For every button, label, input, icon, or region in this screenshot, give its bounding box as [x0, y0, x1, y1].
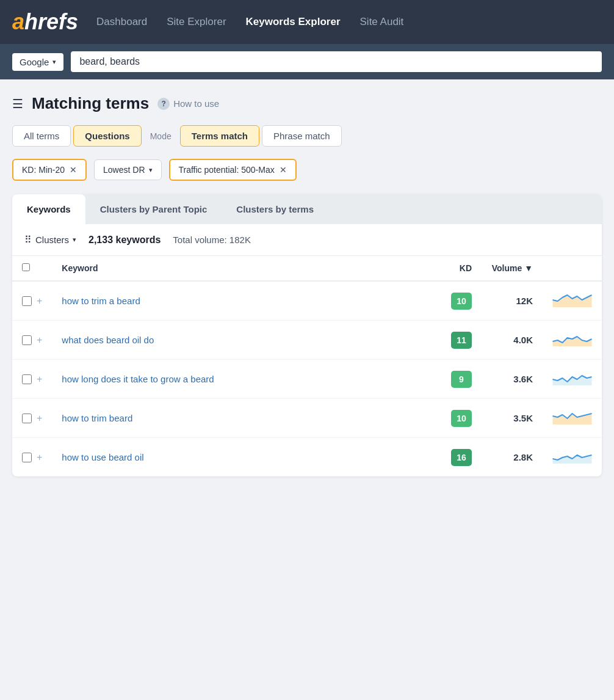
keywords-tbody: + how to trim a beard 10 12K +: [12, 281, 602, 476]
keyword-link[interactable]: what does beard oil do: [62, 335, 154, 345]
th-sparkline: [543, 256, 602, 281]
active-filters-row: KD: Min-20 ✕ Lowest DR ▾ Traffic potenti…: [12, 159, 602, 181]
kd-filter-remove-icon[interactable]: ✕: [70, 165, 77, 175]
volume-cell: 3.6K: [482, 360, 543, 399]
table-header-row: Keyword KD Volume ▼: [12, 256, 602, 281]
row-expand-icon[interactable]: +: [37, 296, 42, 307]
clusters-label: Clusters: [35, 235, 69, 245]
table-row: + how to trim beard 10 3.5K: [12, 399, 602, 438]
card-tab-clusters-parent[interactable]: Clusters by Parent Topic: [85, 194, 222, 224]
th-checkbox: [12, 256, 52, 281]
nav-dashboard[interactable]: Dashboard: [96, 16, 147, 28]
logo[interactable]: ahrefs: [12, 11, 78, 33]
search-engine-button[interactable]: Google ▾: [12, 53, 63, 71]
table-row: + how to use beard oil 16 2.8K: [12, 438, 602, 477]
page-title: Matching terms: [32, 94, 149, 113]
keyword-cell: how to trim beard: [52, 399, 439, 438]
row-expand-icon[interactable]: +: [37, 452, 42, 463]
sparkline-chart: [552, 329, 592, 349]
keyword-cell: how long does it take to grow a beard: [52, 360, 439, 399]
kd-badge: 16: [451, 449, 472, 466]
volume-cell: 12K: [482, 281, 543, 321]
kd-cell: 11: [439, 321, 482, 360]
chevron-down-icon: ▾: [52, 58, 56, 66]
keyword-link[interactable]: how to use beard oil: [62, 452, 143, 462]
filter-tabs-row: All terms Questions Mode Terms match Phr…: [12, 125, 602, 147]
kd-filter-pill[interactable]: KD: Min-20 ✕: [12, 159, 87, 181]
card-tab-keywords[interactable]: Keywords: [12, 194, 85, 224]
help-button[interactable]: ? How to use: [157, 98, 219, 110]
row-checkbox-cell: +: [12, 321, 52, 360]
top-nav: ahrefs Dashboard Site Explorer Keywords …: [0, 0, 614, 44]
content-area: ☰ Matching terms ? How to use All terms …: [0, 79, 614, 491]
sparkline-cell: [543, 321, 602, 360]
keywords-table: Keyword KD Volume ▼ + how to trim a bear…: [12, 256, 602, 476]
tab-questions[interactable]: Questions: [73, 125, 141, 147]
stats-bar: ⠿ Clusters ▾ 2,133 keywords Total volume…: [12, 224, 602, 256]
logo-hrefs: hrefs: [24, 11, 78, 33]
traffic-filter-remove-icon[interactable]: ✕: [280, 165, 287, 175]
hamburger-icon[interactable]: ☰: [12, 97, 23, 111]
help-label: How to use: [173, 98, 219, 109]
sparkline-chart: [552, 447, 592, 466]
row-expand-icon[interactable]: +: [37, 413, 42, 424]
nav-keywords-explorer[interactable]: Keywords Explorer: [246, 16, 341, 28]
keyword-cell: what does beard oil do: [52, 321, 439, 360]
kd-cell: 9: [439, 360, 482, 399]
row-checkbox[interactable]: [22, 335, 32, 345]
kd-filter-label: KD: Min-20: [22, 165, 65, 175]
card-tabs: Keywords Clusters by Parent Topic Cluste…: [12, 194, 602, 224]
clusters-chevron-icon: ▾: [73, 236, 76, 244]
row-checkbox[interactable]: [22, 374, 32, 384]
tab-terms-match[interactable]: Terms match: [180, 125, 259, 147]
row-checkbox-cell: +: [12, 281, 52, 321]
row-checkbox-cell: +: [12, 438, 52, 477]
tab-all-terms[interactable]: All terms: [12, 125, 71, 147]
sparkline-cell: [543, 281, 602, 321]
kd-cell: 16: [439, 438, 482, 477]
traffic-filter-pill[interactable]: Traffic potential: 500-Max ✕: [169, 159, 297, 181]
row-checkbox[interactable]: [22, 414, 32, 423]
row-expand-icon[interactable]: +: [37, 335, 42, 346]
keywords-count: 2,133 keywords: [88, 235, 161, 246]
keyword-link[interactable]: how to trim beard: [62, 413, 132, 423]
nav-site-explorer[interactable]: Site Explorer: [167, 16, 226, 28]
row-checkbox[interactable]: [22, 453, 32, 462]
mode-label: Mode: [144, 126, 178, 146]
kd-badge: 10: [451, 410, 472, 427]
row-expand-icon[interactable]: +: [37, 374, 42, 385]
kd-cell: 10: [439, 281, 482, 321]
logo-a: a: [12, 11, 24, 33]
clusters-button[interactable]: ⠿ Clusters ▾: [24, 234, 76, 246]
total-volume: Total volume: 182K: [173, 235, 251, 245]
keyword-link[interactable]: how to trim a beard: [62, 296, 140, 306]
sparkline-cell: [543, 438, 602, 477]
volume-cell: 4.0K: [482, 321, 543, 360]
sparkline-cell: [543, 399, 602, 438]
volume-cell: 3.5K: [482, 399, 543, 438]
nav-site-audit[interactable]: Site Audit: [360, 16, 404, 28]
sparkline-cell: [543, 360, 602, 399]
kd-badge: 11: [451, 332, 472, 349]
kd-badge: 9: [451, 371, 472, 388]
dr-filter-label: Lowest DR: [103, 165, 145, 175]
table-row: + how long does it take to grow a beard …: [12, 360, 602, 399]
search-bar: Google ▾: [0, 44, 614, 79]
tab-phrase-match[interactable]: Phrase match: [262, 125, 342, 147]
th-keyword: Keyword: [52, 256, 439, 281]
help-circle-icon: ?: [157, 98, 170, 110]
th-kd: KD: [439, 256, 482, 281]
card-tab-clusters-terms[interactable]: Clusters by terms: [222, 194, 328, 224]
table-row: + how to trim a beard 10 12K: [12, 281, 602, 321]
th-volume[interactable]: Volume ▼: [482, 256, 543, 281]
keyword-cell: how to trim a beard: [52, 281, 439, 321]
dr-filter-pill[interactable]: Lowest DR ▾: [94, 159, 161, 180]
kd-cell: 10: [439, 399, 482, 438]
sparkline-chart: [552, 290, 592, 310]
search-input[interactable]: [71, 51, 602, 72]
page-header: ☰ Matching terms ? How to use: [12, 94, 602, 113]
keyword-link[interactable]: how long does it take to grow a beard: [62, 374, 214, 384]
select-all-checkbox[interactable]: [22, 263, 30, 271]
traffic-filter-label: Traffic potential: 500-Max: [179, 165, 275, 175]
row-checkbox[interactable]: [22, 296, 32, 306]
